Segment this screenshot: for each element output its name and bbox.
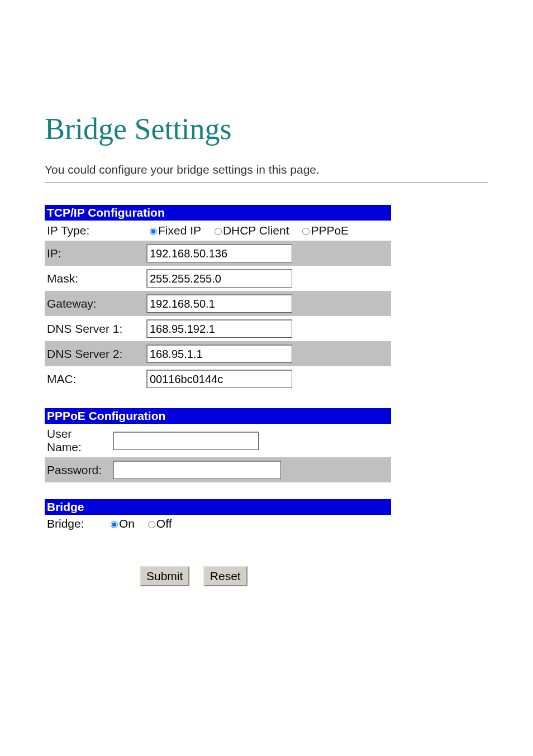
password-input[interactable] (113, 461, 281, 479)
pppoe-table: PPPoE Configuration User Name: Password: (45, 408, 391, 482)
ip-type-fixed-radio[interactable] (150, 228, 157, 235)
divider (45, 182, 488, 183)
bridge-on-label: On (119, 517, 135, 530)
mask-input[interactable] (146, 269, 292, 288)
dns1-label: DNS Server 1: (45, 316, 144, 341)
dns2-input[interactable] (146, 344, 292, 363)
submit-button[interactable]: Submit (140, 566, 189, 586)
bridge-header: Bridge (45, 499, 391, 515)
tcpip-header: TCP/IP Configuration (45, 205, 391, 221)
gateway-input[interactable] (146, 294, 292, 313)
tcpip-table: TCP/IP Configuration IP Type: Fixed IP D… (45, 205, 391, 391)
gateway-label: Gateway: (45, 291, 144, 316)
page-description: You could configure your bridge settings… (45, 163, 488, 176)
mac-label: MAC: (45, 366, 144, 391)
bridge-off-label: Off (156, 517, 172, 530)
ip-label: IP: (45, 241, 144, 266)
ip-type-pppoe-radio[interactable] (302, 228, 310, 235)
ip-type-dhcp-label: DHCP Client (223, 224, 289, 237)
ip-type-fixed-label: Fixed IP (158, 224, 201, 237)
dns2-label: DNS Server 2: (45, 341, 144, 366)
bridge-label: Bridge: (45, 515, 105, 533)
dns1-input[interactable] (146, 319, 292, 338)
username-input[interactable] (113, 432, 259, 450)
pppoe-header: PPPoE Configuration (45, 408, 391, 424)
ip-input[interactable] (146, 244, 292, 262)
page-title: Bridge Settings (45, 112, 488, 146)
ip-type-label: IP Type: (45, 221, 144, 241)
mac-input[interactable] (146, 370, 292, 388)
bridge-table: Bridge Bridge: On Off (45, 499, 391, 533)
ip-type-pppoe-label: PPPoE (311, 224, 349, 237)
ip-type-dhcp-radio[interactable] (215, 228, 222, 235)
username-label: User Name: (45, 424, 111, 457)
bridge-off-radio[interactable] (148, 521, 155, 528)
mask-label: Mask: (45, 266, 144, 291)
reset-button[interactable]: Reset (203, 566, 248, 586)
password-label: Password: (45, 457, 111, 482)
bridge-on-radio[interactable] (111, 521, 118, 528)
